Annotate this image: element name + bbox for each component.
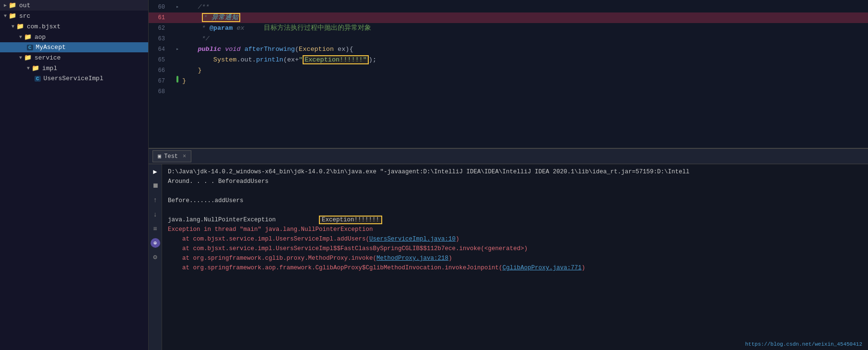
console-line-at1: at com.bjsxt.service.impl.UsersServiceIm… xyxy=(168,234,862,244)
code-line-64: 64 ▸ public void afterThrowing(Exception… xyxy=(149,44,868,55)
highlight-box-1: * 异常通知 xyxy=(202,13,240,22)
line-number-60: 60 xyxy=(149,2,173,12)
console-tab-label: Test xyxy=(164,153,178,160)
folder-icon-src: 📁 xyxy=(9,12,16,20)
console-line-empty1 xyxy=(168,186,862,196)
sidebar-label-service: service xyxy=(35,54,61,61)
line-content-63: */ xyxy=(182,34,868,44)
run-icon[interactable]: ▶ xyxy=(150,166,161,177)
code-line-66: 66 } xyxy=(149,65,868,76)
folder-icon-impl: 📁 xyxy=(32,64,39,72)
sidebar-label-src: src xyxy=(19,12,30,20)
console-line-at3: at org.springframework.cglib.proxy.Metho… xyxy=(168,253,862,263)
line-number-67: 67 xyxy=(149,76,173,86)
sidebar-label-com.bjsxt: com.bjsxt xyxy=(27,23,60,30)
code-line-68: 68 xyxy=(149,86,868,97)
console-line-around: Around. . . . BeforeaddUsers xyxy=(168,177,862,186)
console-line-npe: java.lang.NullPointerException Exception… xyxy=(168,215,862,225)
folder-arrow-com.bjsxt: ▼ xyxy=(12,24,14,29)
code-line-67: 67 } xyxy=(149,76,868,86)
line-number-61: 61 xyxy=(149,12,173,23)
folder-arrow-impl: ▼ xyxy=(27,66,30,71)
sidebar-label-impl: impl xyxy=(42,65,57,72)
console-line-empty2 xyxy=(168,205,862,215)
gutter-67 xyxy=(173,76,182,83)
stop-icon[interactable]: ⏹ xyxy=(150,181,161,191)
code-line-61: 61 * 异常通知 xyxy=(149,12,868,23)
code-line-63: 63 */ xyxy=(149,34,868,44)
settings-icon[interactable]: ⚙ xyxy=(150,252,161,262)
folder-icon-service: 📁 xyxy=(24,54,32,61)
line-content-64: public void afterThrowing(Exception ex){ xyxy=(182,44,868,55)
fold-icon-60[interactable]: ▸ xyxy=(176,2,179,12)
folder-icon-aop: 📁 xyxy=(24,33,32,41)
filter-icon[interactable]: ≡ xyxy=(150,224,161,234)
sidebar-item-MyAscept[interactable]: CMyAscept xyxy=(0,42,148,52)
console-content: ▶ ⏹ ↑ ↓ ≡ ⊕ ⚙ D:\Java\jdk-14.0.2_windows… xyxy=(149,164,868,350)
console-toolbar: ▶ ⏹ ↑ ↓ ≡ ⊕ ⚙ xyxy=(149,164,162,350)
console-tab-close[interactable]: × xyxy=(183,153,186,160)
line-content-60: /** xyxy=(182,2,868,12)
sidebar: ▶📁out▼📁src▼📁com.bjsxt▼📁aopCMyAscept▼📁ser… xyxy=(0,0,149,350)
folder-arrow-aop: ▼ xyxy=(19,35,22,40)
line-content-62: * @param ex 目标方法执行过程中抛出的异常对象 xyxy=(182,23,868,34)
line-content-66: } xyxy=(182,65,868,76)
sidebar-label-MyAscept: MyAscept xyxy=(36,44,66,51)
console-line-before: Before.......addUsers xyxy=(168,196,862,205)
link-methodproxy[interactable]: MethodProxy.java:218 xyxy=(376,255,448,262)
console-line-exception-thread: Exception in thread "main" java.lang.Nul… xyxy=(168,225,862,234)
bottom-url[interactable]: https://blog.csdn.net/weixin_45450412 xyxy=(745,341,862,347)
console-tab-test[interactable]: ▣ Test × xyxy=(152,150,191,162)
line-content-65: System.out.println(ex+"Exception!!!!!!")… xyxy=(182,55,868,65)
folder-arrow-out: ▶ xyxy=(4,2,7,8)
green-bar-67 xyxy=(176,76,178,83)
sidebar-label-out: out xyxy=(19,2,30,9)
plugin-icon[interactable]: ⊕ xyxy=(151,238,160,248)
java-icon-MyAscept: C xyxy=(27,45,33,50)
code-editor: 60 ▸ /** 61 * 异常通知 62 * @param ex 目标方法执行… xyxy=(149,0,868,149)
folder-arrow-src: ▼ xyxy=(4,13,7,19)
link-usersserviceimpl[interactable]: UsersServiceImpl.java:10 xyxy=(369,236,456,242)
folder-icon-com.bjsxt: 📁 xyxy=(16,23,24,30)
java-icon-UsersServiceImpl: C xyxy=(35,76,41,82)
sidebar-item-out[interactable]: ▶📁out xyxy=(0,0,148,11)
code-line-65: 65 System.out.println(ex+"Exception!!!!!… xyxy=(149,55,868,65)
line-content-68 xyxy=(182,86,868,97)
link-cglibaopproxy[interactable]: CglibAopProxy.java:771 xyxy=(503,265,582,271)
line-number-68: 68 xyxy=(149,86,173,97)
code-line-62: 62 * @param ex 目标方法执行过程中抛出的异常对象 xyxy=(149,23,868,34)
sidebar-label-aop: aop xyxy=(35,34,46,41)
console-line-at4: at org.springframework.aop.framework.Cgl… xyxy=(168,263,862,273)
exception-highlight-box: Exception!!!!!!! xyxy=(319,216,382,224)
folder-icon-out: 📁 xyxy=(9,1,16,9)
line-number-64: 64 xyxy=(149,44,173,55)
console-output: D:\Java\jdk-14.0.2_windows-x64_bin\jdk-1… xyxy=(162,164,868,350)
code-line-60: 60 ▸ /** xyxy=(149,2,868,12)
line-number-66: 66 xyxy=(149,65,173,76)
code-lines: 60 ▸ /** 61 * 异常通知 62 * @param ex 目标方法执行… xyxy=(149,0,868,97)
sidebar-item-com.bjsxt[interactable]: ▼📁com.bjsxt xyxy=(0,21,148,32)
console-tabs: ▣ Test × xyxy=(149,149,868,164)
fold-icon-64[interactable]: ▸ xyxy=(176,44,179,55)
line-content-67: } xyxy=(182,76,868,86)
folder-arrow-service: ▼ xyxy=(19,55,22,60)
console-tab-icon: ▣ xyxy=(158,153,161,160)
up-icon[interactable]: ↑ xyxy=(150,195,161,205)
down-icon[interactable]: ↓ xyxy=(150,209,161,220)
console-line-at2: at com.bjsxt.service.impl.UsersServiceIm… xyxy=(168,244,862,253)
line-number-63: 63 xyxy=(149,34,173,44)
line-number-62: 62 xyxy=(149,23,173,34)
gutter-60: ▸ xyxy=(173,2,182,12)
sidebar-item-impl[interactable]: ▼📁impl xyxy=(0,63,148,73)
gutter-64: ▸ xyxy=(173,44,182,55)
highlight-box-2: Exception!!!!!!" xyxy=(303,55,369,64)
sidebar-label-UsersServiceImpl: UsersServiceImpl xyxy=(44,75,104,82)
line-content-61: * 异常通知 xyxy=(182,12,868,23)
sidebar-item-service[interactable]: ▼📁service xyxy=(0,52,148,63)
sidebar-item-UsersServiceImpl[interactable]: CUsersServiceImpl xyxy=(0,73,148,84)
main-content: 60 ▸ /** 61 * 异常通知 62 * @param ex 目标方法执行… xyxy=(149,0,868,350)
line-number-65: 65 xyxy=(149,55,173,65)
sidebar-item-src[interactable]: ▼📁src xyxy=(0,11,148,21)
sidebar-item-aop[interactable]: ▼📁aop xyxy=(0,32,148,42)
console-panel: ▣ Test × ▶ ⏹ ↑ ↓ ≡ ⊕ ⚙ D:\Java\jdk-14.0.… xyxy=(149,149,868,350)
